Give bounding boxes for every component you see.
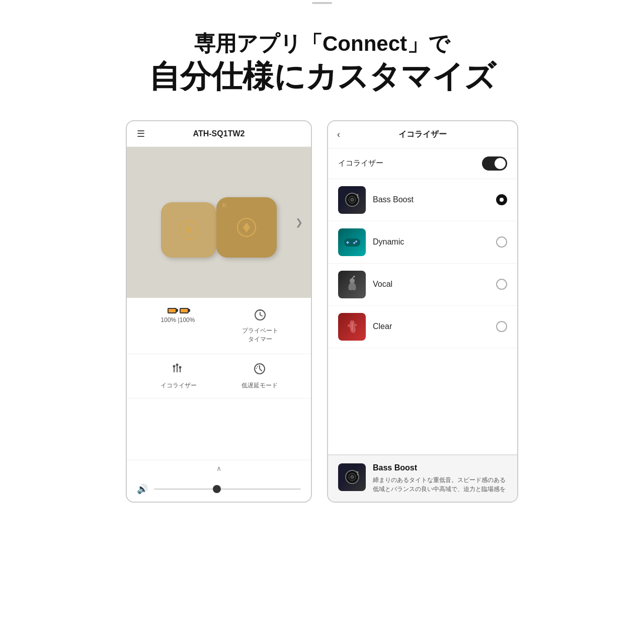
eq-detail-description: 締まりのあるタイトな重低音。スピード感のある低域とバランスの良い中高域で、迫力と…: [373, 475, 507, 494]
dynamic-radio[interactable]: [496, 236, 507, 248]
svg-point-21: [355, 240, 357, 243]
dynamic-label: Dynamic: [373, 237, 489, 247]
low-latency-icon: [253, 362, 266, 378]
eq-item-dynamic[interactable]: Dynamic: [328, 221, 517, 264]
svg-rect-31: [357, 471, 358, 475]
battery-right-icon: [180, 308, 189, 313]
bass-boost-thumbnail: [338, 186, 366, 214]
svg-point-9: [173, 365, 175, 367]
bass-boost-radio[interactable]: [496, 194, 507, 205]
svg-point-15: [351, 198, 354, 201]
right-phone: ‹ イコライザー イコライザー: [327, 120, 518, 503]
earbud-left: L: [161, 202, 216, 258]
equalizer-label: イコライザー: [160, 381, 197, 390]
left-phone-bottom: ∧ 🔊: [127, 460, 311, 502]
svg-point-11: [179, 366, 181, 368]
eq-toggle-row: イコライザー: [328, 148, 517, 179]
battery-icon-row: [168, 308, 189, 313]
earbud-right: R: [216, 197, 277, 258]
eq-detail-panel: Bass Boost 締まりのあるタイトな重低音。スピード感のある低域とバランス…: [328, 454, 517, 502]
timer-info: プライベートタイマー: [224, 308, 296, 344]
eq-detail-title: Bass Boost: [373, 463, 507, 472]
back-button[interactable]: ‹: [337, 129, 340, 140]
vocal-radio[interactable]: [496, 279, 507, 290]
hamburger-icon[interactable]: ☰: [137, 128, 145, 139]
eq-toggle-switch[interactable]: [482, 156, 507, 171]
low-latency-menu-item[interactable]: 低遅延モード: [223, 362, 296, 390]
battery-left-icon: [168, 308, 177, 313]
battery-label: 100% |100%: [161, 316, 195, 324]
timer-icon: [254, 308, 267, 324]
right-phone-header: ‹ イコライザー: [328, 121, 517, 148]
low-latency-label: 低遅延モード: [242, 381, 278, 390]
volume-track[interactable]: [154, 489, 301, 490]
timer-label: プライベートタイマー: [242, 327, 278, 344]
right-phone-title: イコライザー: [398, 129, 447, 140]
eq-list: Bass Boost Dynamic: [328, 179, 517, 454]
dynamic-thumbnail: [338, 228, 366, 256]
header-line2: 自分仕様にカスタマイズ: [149, 58, 496, 95]
bass-boost-label: Bass Boost: [373, 195, 489, 204]
svg-line-24: [352, 277, 354, 278]
svg-point-23: [350, 278, 355, 283]
svg-point-10: [176, 363, 178, 366]
equalizer-menu-item[interactable]: イコライザー: [142, 362, 215, 390]
header-line1: 専用アプリ「Connect」で: [149, 30, 496, 58]
volume-row: 🔊: [127, 476, 311, 502]
svg-point-29: [351, 475, 354, 478]
svg-point-25: [353, 276, 355, 277]
left-phone-title: ATH-SQ1TW2: [193, 129, 245, 138]
svg-rect-5: [259, 309, 262, 311]
left-phone-menu: イコライザー 低遅延モード: [127, 354, 311, 398]
phones-container: ☰ ATH-SQ1TW2 L R: [126, 120, 518, 503]
eq-detail-text: Bass Boost 締まりのあるタイトな重低音。スピード感のある低域とバランス…: [373, 463, 507, 494]
eq-detail-thumbnail: [338, 463, 366, 491]
eq-item-clear[interactable]: Clear: [328, 306, 517, 348]
header-section: 専用アプリ「Connect」で 自分仕様にカスタマイズ: [149, 30, 496, 95]
chevron-right-icon[interactable]: ❯: [295, 217, 303, 228]
earbuds-area: L R ❯: [127, 147, 311, 298]
eq-item-vocal[interactable]: Vocal: [328, 264, 517, 306]
clear-label: Clear: [373, 322, 489, 331]
svg-point-22: [353, 242, 355, 244]
equalizer-icon: [172, 362, 185, 378]
clear-radio[interactable]: [496, 321, 507, 332]
volume-thumb[interactable]: [213, 485, 221, 493]
expand-button[interactable]: ∧: [127, 460, 311, 476]
left-phone-header: ☰ ATH-SQ1TW2: [127, 121, 311, 147]
toggle-thumb: [495, 158, 506, 169]
clear-thumbnail: [338, 313, 366, 341]
battery-info: 100% |100%: [142, 308, 214, 344]
volume-icon: 🔊: [137, 484, 148, 495]
left-phone-info: 100% |100% プライベートタイマー: [127, 298, 311, 354]
svg-rect-20: [347, 241, 348, 244]
eq-toggle-label: イコライザー: [338, 158, 383, 168]
vocal-thumbnail: [338, 271, 366, 298]
eq-item-bass-boost[interactable]: Bass Boost: [328, 179, 517, 221]
svg-rect-17: [357, 194, 358, 198]
left-phone: ☰ ATH-SQ1TW2 L R: [126, 120, 312, 503]
vocal-label: Vocal: [373, 280, 489, 289]
